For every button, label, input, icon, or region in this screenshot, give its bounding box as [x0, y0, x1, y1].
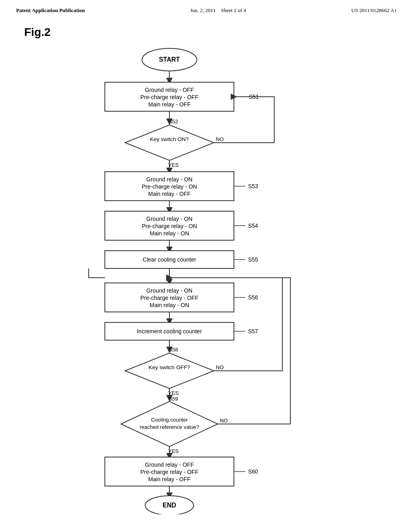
- main-content: Fig.2 START: [0, 14, 413, 528]
- flowchart-svg: START Ground relay - OFF Pre-charge rela…: [48, 43, 323, 514]
- s54-line3: Main relay - ON: [150, 230, 189, 237]
- s59-label-tag: S59: [169, 396, 178, 402]
- s59-line1: Cooling counter: [151, 417, 188, 423]
- header-sheet: Sheet 2 of 4: [221, 7, 246, 13]
- s56-line1: Ground relay - ON: [146, 287, 192, 294]
- s59-line2: reached reference value?: [140, 424, 199, 430]
- s55-label: S55: [248, 256, 258, 263]
- header-center: Jun. 2, 2011 Sheet 2 of 4: [190, 7, 246, 14]
- figure-label: Fig.2: [24, 26, 50, 39]
- s56-line3: Main relay - ON: [150, 302, 189, 308]
- header-patent: US 2011/0128662 A1: [351, 7, 397, 14]
- s60-line2: Pre-charge relay - OFF: [140, 469, 198, 475]
- s51-line3: Main relay - OFF: [148, 101, 190, 108]
- s52-no: NO: [216, 136, 224, 142]
- s57-text: Increment cooling counter: [137, 328, 202, 335]
- s51-line1: Ground relay - OFF: [145, 87, 194, 93]
- s53-line3: Main relay - OFF: [148, 191, 190, 197]
- end-label: END: [163, 502, 176, 509]
- svg-marker-23: [125, 353, 214, 389]
- s52-text: Key switch ON?: [150, 136, 189, 142]
- s54-line2: Pre-charge relay - ON: [142, 223, 197, 229]
- s60-line1: Ground relay - OFF: [145, 461, 194, 468]
- flowchart: START Ground relay - OFF Pre-charge rela…: [48, 43, 323, 516]
- s51-line2: Pre-charge relay - OFF: [140, 94, 198, 100]
- header-date: Jun. 2, 2011: [190, 7, 216, 13]
- s53-line2: Pre-charge relay - ON: [142, 183, 197, 190]
- s59-no: NO: [220, 418, 228, 424]
- s56-line2: Pre-charge relay - OFF: [140, 295, 198, 301]
- s57-label: S57: [248, 328, 258, 335]
- page: Patent Application Publication Jun. 2, 2…: [0, 0, 413, 532]
- header-publication: Patent Application Publication: [16, 7, 85, 14]
- s53-line1: Ground relay - ON: [146, 176, 192, 183]
- s54-label: S54: [248, 222, 258, 229]
- s53-label: S53: [248, 183, 258, 189]
- s58-label-tag: S58: [169, 347, 178, 353]
- svg-marker-5: [125, 125, 214, 160]
- s56-label: S56: [248, 294, 258, 301]
- svg-marker-16: [167, 279, 172, 281]
- s60-label: S60: [248, 468, 258, 475]
- s52-label-tag: S52: [169, 118, 178, 125]
- s54-line1: Ground relay - ON: [146, 216, 192, 222]
- s55-text: Clear cooling counter: [143, 256, 196, 263]
- s58-no: NO: [216, 364, 224, 370]
- start-label: START: [159, 56, 180, 63]
- s58-text: Key switch OFF?: [149, 364, 190, 370]
- header: Patent Application Publication Jun. 2, 2…: [0, 0, 413, 14]
- s60-line3: Main relay - OFF: [148, 476, 190, 482]
